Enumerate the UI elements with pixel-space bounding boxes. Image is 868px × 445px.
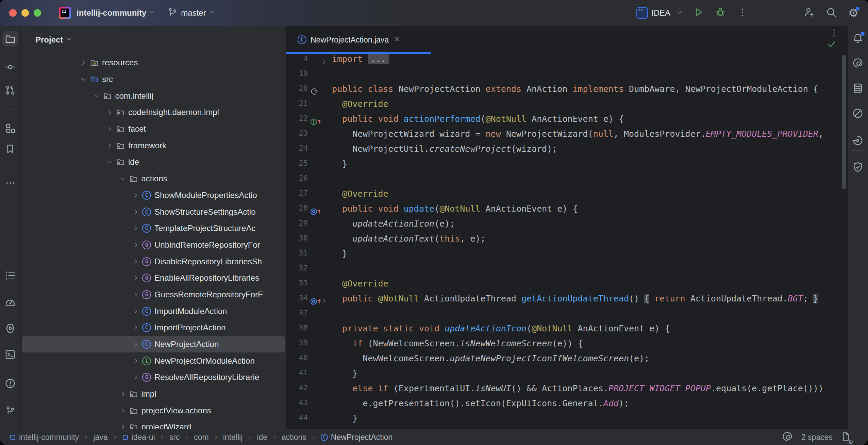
line-number[interactable]: 32 [286,264,308,272]
code-line-26[interactable]: 26 [286,174,847,189]
chevron-right-icon[interactable] [132,308,139,315]
code-line-37[interactable]: 37 [286,309,847,324]
code-line-23[interactable]: 23 NewProjectWizard wizard = new NewProj… [286,129,847,144]
chevron-right-icon[interactable] [132,192,139,199]
line-number[interactable]: 4 [286,54,308,63]
breadcrumb-idea-ui[interactable]: idea-ui [122,433,155,442]
line-number[interactable]: 40 [286,353,308,362]
tree-item-unbindremoterepositoryfor[interactable]: GUnbindRemoteRepositoryFor [22,237,285,253]
tree-item-projectview-actions[interactable]: projectView.actions [22,402,285,419]
chevron-right-icon[interactable] [119,407,127,414]
tree-item-showmodulepropertiesactio[interactable]: CShowModulePropertiesActio [22,187,285,204]
code-line-34[interactable]: 34 public @NotNull ActionUpdateThread ge… [286,294,847,309]
tree-item-importprojectaction[interactable]: CImportProjectAction [22,319,285,336]
minimize-window-button[interactable] [21,9,29,17]
fold-marker-icon[interactable] [321,298,328,304]
project-name[interactable]: intellij-community [77,8,146,18]
commit-button[interactable] [4,61,16,73]
run-configuration-selector[interactable]: IDEA [636,7,683,19]
chevron-right-icon[interactable] [132,275,139,281]
line-number[interactable]: 37 [286,309,308,317]
structure-button[interactable] [4,122,16,134]
maximize-window-button[interactable] [34,9,41,17]
chevron-down-icon[interactable] [66,36,72,44]
endpoints-button[interactable] [852,135,864,146]
database-button[interactable] [852,83,864,94]
version-control-button[interactable] [5,406,15,416]
close-window-button[interactable] [9,9,17,17]
tree-item-framework[interactable]: framework [22,137,285,154]
file-settings-icon[interactable]: ⚙ [841,431,851,443]
tree-item-src[interactable]: src [22,71,285,88]
chevron-right-icon[interactable] [132,209,139,215]
code-line-29[interactable]: 29 updateActionIcon(e); [286,219,847,234]
chevron-right-icon[interactable] [119,391,127,397]
chevron-down-icon[interactable] [119,175,127,182]
tree-item-templateprojectstructureac[interactable]: CTemplateProjectStructureAc [22,220,285,237]
code-line-21[interactable]: 21 @Override [286,99,847,114]
chevron-right-icon[interactable] [106,142,113,149]
chevron-down-icon[interactable] [93,93,100,99]
chevron-right-icon[interactable] [80,59,87,66]
tab-newprojectaction-java[interactable]: C NewProjectAction.java [286,26,431,54]
line-number[interactable]: 21 [286,99,308,108]
tree-item-actions[interactable]: actions [22,170,285,187]
tree-item-codeinsight-daemon-impl[interactable]: codeInsight.daemon.impl [22,104,285,121]
tree-item-disablerepositorylibrariessh[interactable]: GDisableRepositoryLibrariesSh [22,253,285,270]
line-number[interactable]: 29 [286,219,308,227]
debug-button[interactable] [714,6,727,19]
todo-button[interactable] [4,270,16,281]
code-line-4[interactable]: 4import ... [286,54,847,69]
line-number[interactable]: 24 [286,144,308,152]
code-line-33[interactable]: 33 @Override [286,279,847,294]
project-panel-header[interactable]: Project [21,26,286,54]
more-actions-button[interactable] [736,6,749,19]
close-tab-icon[interactable] [394,35,401,44]
line-number[interactable]: 22 [286,114,308,122]
chevron-right-icon[interactable] [132,374,139,381]
profiler-button[interactable] [4,296,16,308]
chevron-right-icon[interactable] [132,242,139,248]
implemented-marker-icon[interactable] [310,87,319,96]
tree-item-resources[interactable]: resources [22,54,285,71]
breadcrumb-intellij[interactable]: intellij [223,433,243,442]
code-line-38[interactable]: 38 private static void updateActionIcon(… [286,324,847,339]
line-number[interactable]: 44 [286,413,308,422]
chevron-right-icon[interactable] [132,291,139,298]
line-number[interactable]: 39 [286,339,308,347]
line-number[interactable]: 19 [286,69,308,78]
code-line-30[interactable]: 30 updateActionText(this, e); [286,234,847,249]
line-number[interactable]: 43 [286,398,308,407]
overrides-method-marker-icon[interactable] [310,207,321,216]
indent-indicator[interactable]: 2 spaces [801,433,833,442]
fold-marker-icon[interactable] [321,58,328,65]
trusted-project-button[interactable] [852,161,864,173]
code-line-39[interactable]: 39 if (NewWelcomeScreen.isNewWelcomeScre… [286,339,847,353]
overrides-method-marker-icon[interactable] [310,297,321,306]
line-number[interactable]: 25 [286,159,308,167]
line-number[interactable]: 20 [286,84,308,93]
chevron-right-icon[interactable] [132,258,139,265]
line-number[interactable]: 26 [286,174,308,182]
tree-item-projectwizard[interactable]: projectWizard [22,419,285,429]
settings-button[interactable]: ⚙ [847,6,860,19]
breadcrumb-newprojectaction[interactable]: CNewProjectAction [321,433,393,442]
line-number[interactable]: 42 [286,383,308,392]
line-number[interactable]: 41 [286,368,308,377]
tree-item-facet[interactable]: facet [22,121,285,137]
notifications-button[interactable] [852,32,864,44]
code-line-25[interactable]: 25 } [286,159,847,174]
code-editor[interactable]: 4import ...1920public class NewProjectAc… [286,54,847,429]
search-everywhere-button[interactable] [825,6,838,19]
chevron-right-icon[interactable] [132,324,139,331]
ai-assistant-status-icon[interactable] [782,431,793,444]
code-line-28[interactable]: 28 public void update(@NotNull AnActionE… [286,204,847,219]
chevron-down-icon[interactable] [106,159,113,165]
code-line-42[interactable]: 42 else if (ExperimentalUI.isNewUI() && … [286,383,847,398]
breadcrumb-actions[interactable]: actions [282,433,306,442]
chevron-right-icon[interactable] [132,341,139,348]
breadcrumb-com[interactable]: com [194,433,208,442]
line-number[interactable]: 33 [286,279,308,287]
breadcrumb-src[interactable]: src [169,433,180,442]
line-number[interactable]: 34 [286,294,308,302]
